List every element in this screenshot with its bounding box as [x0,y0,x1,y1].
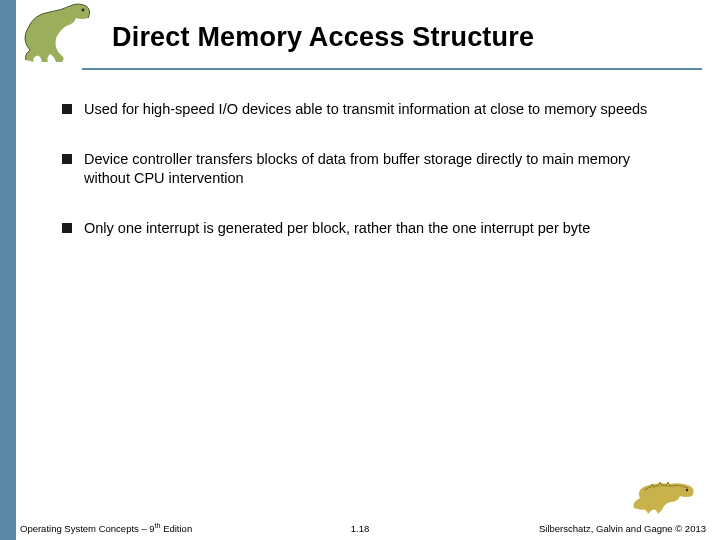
top-dinosaur-icon [16,0,102,64]
footer-copyright: Silberschatz, Galvin and Gagne © 2013 [539,523,706,534]
square-bullet-icon [62,154,72,164]
square-bullet-icon [62,104,72,114]
bullet-item: Only one interrupt is generated per bloc… [62,219,678,239]
bullet-text: Only one interrupt is generated per bloc… [84,219,678,239]
slide-footer: Operating System Concepts – 9th Edition … [0,502,720,540]
left-stripe [0,0,16,540]
bullet-item: Used for high-speed I/O devices able to … [62,100,678,120]
square-bullet-icon [62,223,72,233]
bullet-text: Used for high-speed I/O devices able to … [84,100,678,120]
slide-title: Direct Memory Access Structure [112,22,692,53]
slide-body: Used for high-speed I/O devices able to … [62,100,678,268]
bullet-item: Device controller transfers blocks of da… [62,150,678,189]
svg-point-1 [686,489,688,491]
title-underline [82,68,702,70]
slide: Direct Memory Access Structure Used for … [0,0,720,540]
svg-point-0 [82,9,85,12]
bullet-text: Device controller transfers blocks of da… [84,150,678,189]
